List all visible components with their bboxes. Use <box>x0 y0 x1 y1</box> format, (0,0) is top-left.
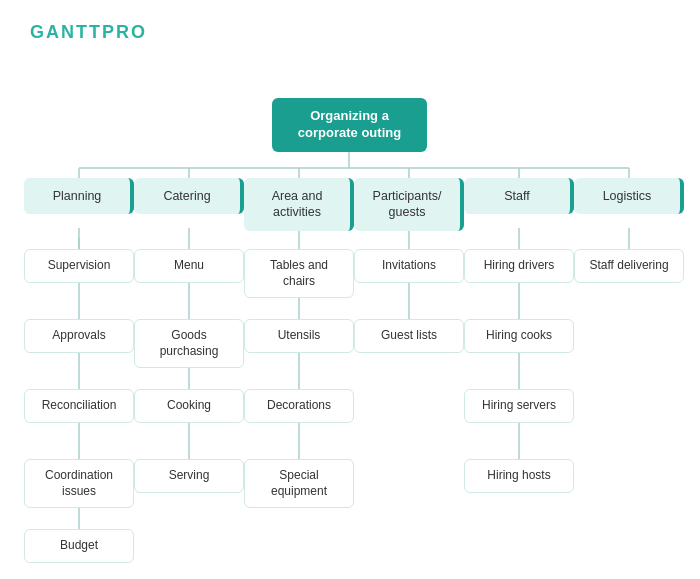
leaf-budget: Budget <box>24 529 134 563</box>
leaf-approvals: Approvals <box>24 319 134 353</box>
leaf-supervision: Supervision <box>24 249 134 283</box>
leaf-hiring-hosts: Hiring hosts <box>464 459 574 493</box>
leaf-goods: Goods purchasing <box>134 319 244 368</box>
leaf-tables: Tables and chairs <box>244 249 354 298</box>
cat-area: Area and activities <box>244 178 354 231</box>
leaf-menu: Menu <box>134 249 244 283</box>
leaf-reconciliation: Reconciliation <box>24 389 134 423</box>
leaf-hiring-drivers: Hiring drivers <box>464 249 574 283</box>
leaf-special-eq: Special equipment <box>244 459 354 508</box>
logo: GANTTPRO <box>30 22 147 43</box>
root-label: Organizing a corporate outing <box>298 108 401 140</box>
leaf-hiring-servers: Hiring servers <box>464 389 574 423</box>
leaf-guest-lists: Guest lists <box>354 319 464 353</box>
leaf-serving: Serving <box>134 459 244 493</box>
cat-participants: Participants/ guests <box>354 178 464 231</box>
root-node: Organizing a corporate outing <box>272 98 427 152</box>
leaf-utensils: Utensils <box>244 319 354 353</box>
leaf-coordination: Coordination issues <box>24 459 134 508</box>
leaf-cooking: Cooking <box>134 389 244 423</box>
page: GANTTPRO <box>0 0 700 579</box>
leaf-staff-delivering: Staff delivering <box>574 249 684 283</box>
leaf-hiring-cooks: Hiring cooks <box>464 319 574 353</box>
cat-logistics: Logistics <box>574 178 684 214</box>
leaf-decorations: Decorations <box>244 389 354 423</box>
leaf-invitations: Invitations <box>354 249 464 283</box>
cat-staff: Staff <box>464 178 574 214</box>
cat-planning: Planning <box>24 178 134 214</box>
cat-catering: Catering <box>134 178 244 214</box>
